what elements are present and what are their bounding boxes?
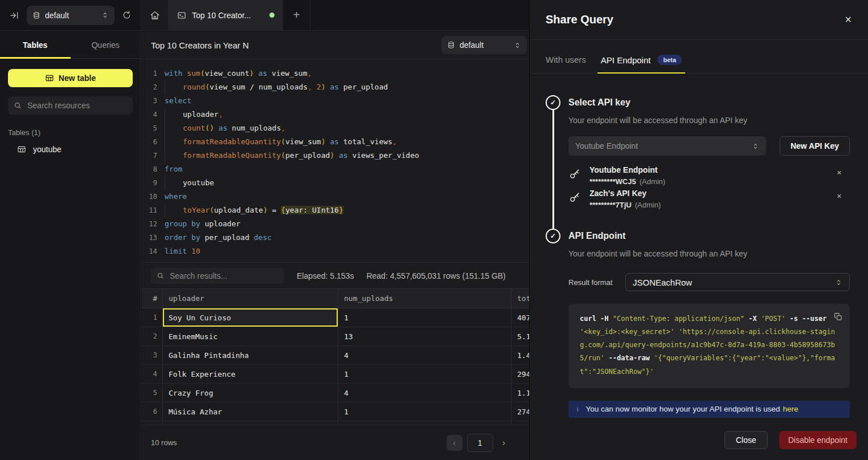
search-resources-input[interactable] bbox=[26, 100, 127, 111]
remove-key-button[interactable]: ✕ bbox=[837, 169, 842, 177]
new-tab-button[interactable]: + bbox=[283, 0, 310, 30]
cell-total-views[interactable]: 5.1 bbox=[511, 327, 529, 345]
table-row: 3Galinha Pintadinha41.4 bbox=[142, 346, 529, 365]
code-text: formatReadableQuantity(per_upload) as vi… bbox=[165, 149, 419, 162]
main-area: Top 10 Creators in Year N default 1with … bbox=[142, 31, 529, 460]
cell-num-uploads[interactable]: 4 bbox=[338, 346, 511, 364]
tab-queries[interactable]: Queries bbox=[71, 31, 141, 58]
refresh-icon bbox=[122, 10, 132, 20]
code-line[interactable]: 2round(view_sum / num_uploads, 2) as per… bbox=[142, 80, 529, 94]
tab-home[interactable] bbox=[141, 0, 169, 30]
cell-total-views[interactable]: 407 bbox=[511, 308, 529, 327]
sidebar-item-youtube[interactable]: youtube bbox=[0, 145, 141, 154]
cell-uploader[interactable]: Soy Un Curioso bbox=[162, 308, 338, 327]
cell-total-views[interactable]: 294 bbox=[511, 365, 529, 383]
indent-guide bbox=[165, 176, 183, 190]
code-line[interactable]: 13order by per_upload desc bbox=[142, 231, 529, 245]
api-endpoint-title: API Endpoint bbox=[568, 229, 850, 243]
query-title: Top 10 Creators in Year N bbox=[151, 40, 441, 50]
code-line[interactable]: 4uploader, bbox=[142, 108, 529, 121]
code-line[interactable]: 1with sum(view_count) as view_sum, bbox=[142, 67, 529, 80]
column-header-num-uploads[interactable]: num_uploads bbox=[338, 289, 511, 308]
cell-num-uploads[interactable]: 1 bbox=[338, 308, 511, 327]
column-header-total-views[interactable]: tot bbox=[511, 289, 529, 308]
step-api-endpoint: ✓ API Endpoint Your endpoint will be acc… bbox=[546, 229, 850, 418]
code-line[interactable]: 6formatReadableQuantity(view_sum) as tot… bbox=[142, 135, 529, 149]
api-key-role: (Admin) bbox=[635, 201, 661, 209]
table-grid-icon bbox=[45, 74, 54, 83]
cell-num-uploads[interactable]: 13 bbox=[338, 327, 511, 345]
api-key-name: Youtube Endpoint bbox=[589, 165, 837, 176]
prev-page-button[interactable]: ‹ bbox=[447, 435, 462, 451]
results-table-header: # uploader num_uploads tot bbox=[142, 289, 529, 308]
api-key-role: (Admin) bbox=[640, 177, 666, 186]
next-page-button[interactable]: › bbox=[502, 438, 505, 448]
api-key-row: Youtube Endpoint New API Key bbox=[568, 136, 850, 156]
close-icon[interactable]: ✕ bbox=[845, 14, 852, 25]
api-key-list: Youtube Endpoint*********WCJ5(Admin)✕Zac… bbox=[568, 165, 850, 211]
disable-endpoint-button[interactable]: Disable endpoint bbox=[779, 431, 857, 449]
result-format-dropdown[interactable]: JSONEachRow bbox=[625, 273, 850, 291]
cell-total-views[interactable]: 1.1 bbox=[511, 384, 529, 402]
tab-api-endpoint[interactable]: API Endpoint beta bbox=[601, 55, 682, 73]
terminal-icon bbox=[177, 11, 186, 20]
search-results-box bbox=[151, 268, 284, 284]
page-number[interactable]: 1 bbox=[467, 434, 493, 452]
panel-header: Share Query ✕ bbox=[530, 0, 868, 40]
cell-uploader[interactable]: Folk Experience bbox=[162, 365, 338, 383]
cell-num-uploads[interactable]: 4 bbox=[338, 384, 511, 402]
api-key-dropdown-value: Youtube Endpoint bbox=[575, 141, 747, 150]
tab-with-users[interactable]: With users bbox=[546, 55, 586, 73]
share-query-panel: Share Query ✕ With users API Endpoint be… bbox=[529, 0, 868, 460]
code-text: where bbox=[165, 190, 187, 203]
indent-guide bbox=[165, 121, 183, 135]
cell-uploader[interactable]: Galinha Pintadinha bbox=[162, 346, 338, 364]
cell-uploader[interactable]: EminemMusic bbox=[162, 327, 338, 345]
code-line[interactable]: 10where bbox=[142, 190, 529, 203]
cell-num-uploads[interactable]: 1 bbox=[338, 365, 511, 383]
api-key-masked: *********WCJ5 bbox=[589, 177, 636, 186]
sql-editor[interactable]: 1with sum(view_count) as view_sum,2round… bbox=[142, 59, 529, 262]
api-key-dropdown[interactable]: Youtube Endpoint bbox=[568, 136, 766, 156]
remove-key-button[interactable]: ✕ bbox=[837, 193, 842, 200]
tab-strip: Top 10 Creator... + bbox=[141, 0, 310, 30]
search-results-input[interactable] bbox=[169, 271, 279, 281]
cell-total-views[interactable]: 1.4 bbox=[511, 346, 529, 364]
beta-badge: beta bbox=[657, 55, 682, 65]
cell-uploader[interactable]: Crazy Frog bbox=[162, 384, 338, 402]
code-line[interactable]: 8from bbox=[142, 162, 529, 176]
api-endpoint-subtitle: Your endpoint will be accessed through a… bbox=[568, 248, 850, 259]
code-text: from bbox=[165, 162, 182, 176]
code-line[interactable]: 14limit 10 bbox=[142, 245, 529, 258]
close-button[interactable]: Close bbox=[724, 431, 768, 449]
query-database-selector[interactable]: default bbox=[441, 36, 527, 54]
cell-total-views[interactable]: 274 bbox=[511, 402, 529, 421]
code-line[interactable]: 5count() as num_uploads, bbox=[142, 121, 529, 135]
cell-uploader[interactable]: Música Azhar bbox=[162, 402, 338, 421]
column-header-uploader[interactable]: uploader bbox=[162, 289, 338, 308]
stepper-rail: ✓ bbox=[546, 95, 568, 229]
refresh-button[interactable] bbox=[122, 10, 132, 20]
code-line[interactable]: 12group by uploader bbox=[142, 217, 529, 231]
new-table-button-label: New table bbox=[59, 74, 96, 83]
table-row: 5Crazy Frog41.1 bbox=[142, 384, 529, 402]
indent-guide bbox=[165, 149, 183, 162]
tab-query[interactable]: Top 10 Creator... bbox=[169, 0, 283, 30]
cell-num-uploads[interactable]: 1 bbox=[338, 402, 511, 421]
panel-footer: Close Disable endpoint bbox=[530, 431, 868, 460]
code-line[interactable]: 11toYear(upload_date) = {year: UInt16} bbox=[142, 203, 529, 217]
code-line[interactable]: 9youtube bbox=[142, 176, 529, 190]
copy-button[interactable] bbox=[834, 312, 842, 321]
tab-tables[interactable]: Tables bbox=[0, 31, 71, 58]
indent-guide bbox=[165, 108, 183, 121]
collapse-sidebar-button[interactable] bbox=[9, 10, 19, 21]
code-line[interactable]: 7formatReadableQuantity(per_upload) as v… bbox=[142, 149, 529, 162]
row-index: 4 bbox=[142, 365, 162, 383]
step-check-icon: ✓ bbox=[546, 95, 560, 110]
home-icon bbox=[150, 10, 160, 21]
database-selector[interactable]: default bbox=[27, 6, 114, 25]
code-line[interactable]: 3select bbox=[142, 94, 529, 108]
info-link-here[interactable]: here bbox=[783, 405, 798, 413]
new-table-button[interactable]: New table bbox=[8, 69, 133, 87]
new-api-key-button[interactable]: New API Key bbox=[780, 136, 850, 156]
